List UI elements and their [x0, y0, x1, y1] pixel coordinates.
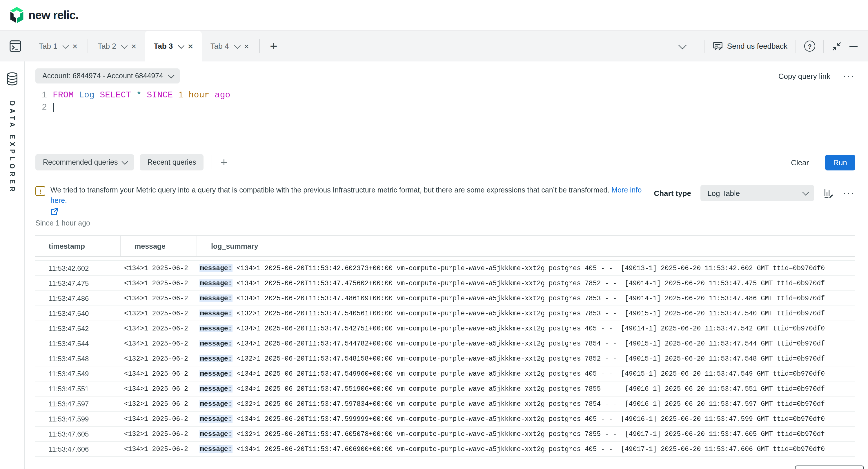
tab-bar: Tab 1×Tab 2×Tab 3×Tab 4× + Send us feedb… [0, 30, 868, 61]
close-icon[interactable]: × [72, 42, 78, 51]
table-row[interactable]: 11:53:47.605<132>1 2025-06-2message: <13… [35, 427, 855, 442]
line-number: 1 [35, 89, 47, 101]
tab-tab-4[interactable]: Tab 4× [202, 31, 258, 61]
tab-tab-3[interactable]: Tab 3× [145, 31, 202, 61]
table-row[interactable]: 11:53:47.549<134>1 2025-06-2message: <13… [35, 367, 855, 382]
edit-chart-icon[interactable] [824, 188, 834, 198]
run-button[interactable]: Run [825, 155, 855, 170]
add-query-icon[interactable]: + [221, 156, 227, 169]
cell-log-summary: message: <134>1 2025-06-20T11:53:42.6023… [196, 264, 855, 272]
external-link-icon[interactable] [51, 208, 654, 216]
chevron-down-icon[interactable] [178, 42, 185, 49]
column-header-log-summary[interactable]: log_summary [196, 236, 855, 256]
table-row[interactable]: 11:53:42.602<134>1 2025-06-2message: <13… [35, 261, 855, 276]
open-logs-ui-button[interactable]: Open logs UI [795, 466, 864, 469]
table-row[interactable]: 11:53:47.540<132>1 2025-06-2message: <13… [35, 306, 855, 321]
nrql-token: Log [79, 90, 94, 100]
cell-log-summary: message: <134>1 2025-06-20T11:53:47.5427… [196, 325, 855, 333]
left-sidebar: DATA EXPLORER [0, 61, 25, 469]
clear-button[interactable]: Clear [787, 157, 812, 167]
query-menu-icon[interactable]: ··· [843, 71, 855, 81]
tabbar-right-controls: Send us feedback ? [680, 31, 868, 61]
divider [796, 40, 796, 53]
message-key-highlight: message: [199, 431, 232, 438]
column-header-message[interactable]: message [120, 236, 196, 256]
cell-timestamp: 11:53:47.597 [35, 400, 120, 408]
feedback-label: Send us feedback [727, 42, 787, 51]
table-row[interactable]: 11:53:47.475<134>1 2025-06-2message: <13… [35, 276, 855, 291]
chart-menu-icon[interactable]: ··· [843, 188, 855, 198]
feedback-icon [713, 41, 723, 51]
close-icon[interactable]: × [244, 42, 249, 51]
new-relic-logo[interactable]: new relic. [9, 7, 78, 23]
chevron-down-icon[interactable] [234, 42, 241, 49]
chevron-down-icon [168, 72, 175, 79]
log-rows: 11:53:42.602<134>1 2025-06-2message: <13… [35, 260, 855, 457]
cell-timestamp: 11:53:47.544 [35, 340, 120, 348]
cell-timestamp: 11:53:42.602 [35, 264, 120, 273]
table-row[interactable]: 11:53:47.551<134>1 2025-06-2message: <13… [35, 382, 855, 397]
top-header: new relic. [0, 0, 868, 30]
database-icon[interactable] [6, 72, 19, 86]
cell-message: <134>1 2025-06-2 [120, 295, 196, 302]
new-relic-mark-icon [9, 7, 24, 23]
chevron-down-icon[interactable] [62, 42, 69, 49]
nrql-token: ago [215, 90, 230, 100]
editor-line-2-code [53, 101, 54, 114]
table-row[interactable]: 11:53:47.548<132>1 2025-06-2message: <13… [35, 352, 855, 367]
table-row[interactable]: 11:53:47.606<134>1 2025-06-2message: <13… [35, 442, 855, 457]
column-header-timestamp[interactable]: timestamp [35, 236, 120, 256]
cell-log-summary: message: <134>1 2025-06-20T11:53:47.4861… [196, 295, 855, 302]
help-icon[interactable]: ? [804, 40, 815, 52]
since-label: Since 1 hour ago [35, 219, 855, 227]
tab-label: Tab 4 [211, 42, 229, 51]
cell-message: <134>1 2025-06-2 [120, 280, 196, 287]
chart-type-select[interactable]: Log Table [701, 185, 814, 201]
copy-query-link-button[interactable]: Copy query link [778, 71, 830, 80]
cell-timestamp: 11:53:47.551 [35, 385, 120, 393]
close-icon[interactable]: × [131, 42, 136, 51]
table-row[interactable]: 11:53:47.599<134>1 2025-06-2message: <13… [35, 412, 855, 427]
table-row[interactable]: 11:53:47.544<134>1 2025-06-2message: <13… [35, 337, 855, 352]
cell-log-summary: message: <134>1 2025-06-20T11:53:47.5447… [196, 340, 855, 348]
table-row[interactable]: 11:53:47.542<134>1 2025-06-2message: <13… [35, 321, 855, 337]
nrql-token: SELECT [100, 90, 131, 100]
nrql-token: SINCE [147, 90, 173, 100]
cell-message: <132>1 2025-06-2 [120, 310, 196, 317]
cell-timestamp: 11:53:47.606 [35, 445, 120, 454]
brand-wordmark: new relic. [28, 8, 78, 22]
account-selector-label: Account: 6844974 - Account 6844974 [42, 72, 163, 80]
message-key-highlight: message: [199, 325, 232, 333]
add-tab-button[interactable]: + [260, 31, 287, 61]
message-key-highlight: message: [199, 310, 232, 317]
cell-timestamp: 11:53:47.540 [35, 310, 120, 318]
cell-message: <134>1 2025-06-2 [120, 415, 196, 423]
close-icon[interactable]: × [188, 42, 193, 51]
tabs: Tab 1×Tab 2×Tab 3×Tab 4× [30, 31, 260, 61]
collapse-icon[interactable] [832, 41, 841, 51]
account-selector[interactable]: Account: 6844974 - Account 6844974 [35, 68, 180, 84]
tab-tab-1[interactable]: Tab 1× [30, 31, 86, 61]
query-builder-icon[interactable] [0, 31, 30, 61]
cell-log-summary: message: <134>1 2025-06-20T11:53:47.5499… [196, 370, 855, 378]
recommended-queries-button[interactable]: Recommended queries [35, 154, 134, 170]
warning-icon: ! [35, 186, 45, 196]
message-key-highlight: message: [199, 415, 232, 423]
message-key-highlight: message: [199, 280, 232, 287]
tab-overflow-chevron-icon[interactable] [678, 41, 686, 49]
nrql-editor[interactable]: 1 FROM Log SELECT * SINCE 1 hour ago 2 [35, 89, 868, 114]
nrql-token: * [136, 90, 142, 100]
table-row[interactable]: 11:53:47.597<132>1 2025-06-2message: <13… [35, 397, 855, 412]
tab-tab-2[interactable]: Tab 2× [89, 31, 145, 61]
send-feedback-button[interactable]: Send us feedback [713, 41, 787, 51]
cell-message: <134>1 2025-06-2 [120, 370, 196, 378]
log-table: timestamp message log_summary 11:53:42.6… [35, 236, 855, 457]
table-row[interactable]: 11:53:47.486<134>1 2025-06-2message: <13… [35, 291, 855, 306]
recent-queries-button[interactable]: Recent queries [140, 154, 204, 170]
cell-message: <134>1 2025-06-2 [120, 325, 196, 333]
text-cursor [53, 103, 54, 112]
chevron-down-icon[interactable] [121, 42, 128, 49]
divider [824, 40, 824, 53]
minimize-icon[interactable] [849, 45, 858, 47]
recommended-queries-label: Recommended queries [43, 158, 118, 166]
